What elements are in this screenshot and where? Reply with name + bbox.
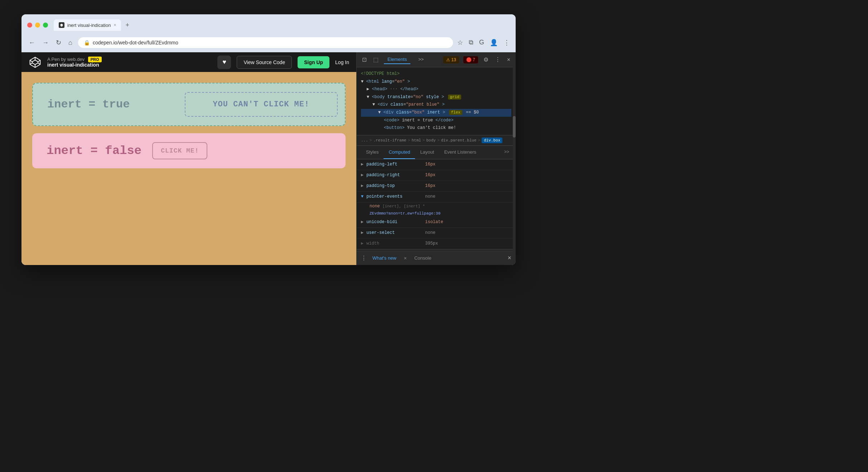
dom-line-button[interactable]: <button> You can't click me! [361, 124, 511, 132]
login-button[interactable]: Log In [335, 59, 349, 65]
codepen-bar: A Pen by web.dev PRO inert visual-indica… [21, 52, 356, 72]
address-bar-row: ← → ↻ ⌂ 🔒 codepen.io/web-dot-dev/full/ZE… [27, 34, 510, 52]
inspect-icon[interactable]: ⊡ [361, 55, 368, 64]
scrollbar[interactable] [513, 52, 516, 265]
computed-tabs-row: Styles Computed Layout Event Listeners >… [357, 146, 516, 159]
content-area: A Pen by web.dev PRO inert visual-indica… [21, 52, 516, 265]
error-badge[interactable]: 🛑 7 [463, 56, 478, 63]
back-button[interactable]: ← [27, 38, 37, 48]
dom-line-doctype: <!DOCTYPE html> [361, 70, 511, 78]
whats-new-close-btn[interactable]: × [402, 255, 409, 262]
layout-tab[interactable]: Layout [415, 146, 439, 159]
whats-new-tab[interactable]: What's new [370, 254, 399, 262]
bc-html[interactable]: html [411, 138, 421, 143]
inert-true-label: inert = true [40, 91, 185, 118]
lock-icon: 🔒 [84, 40, 90, 45]
scrollbar-thumb[interactable] [513, 116, 516, 138]
more-tabs-btn[interactable]: >> [415, 55, 427, 64]
address-bar[interactable]: 🔒 codepen.io/web-dot-dev/full/ZEvdmmo [78, 37, 453, 48]
tab-close-button[interactable]: × [114, 23, 116, 28]
css-pointer-sub-2: ZEvdmmo?anon=tr…ew=fullpage:30 [357, 210, 516, 217]
devtools-toolbar: ⊡ ⬚ Elements >> ⚠ 13 🛑 7 ⚙ ⋮ × [357, 52, 516, 67]
css-pointer-sub-1: none [inert], [inert] * [357, 203, 516, 210]
browser-tab[interactable]: inert visual-indication × [54, 19, 121, 31]
menu-icon[interactable]: ⋮ [503, 39, 510, 47]
bc-body[interactable]: body [426, 138, 435, 143]
bc-box-div[interactable]: div.box [482, 138, 502, 143]
new-tab-button[interactable]: + [125, 21, 129, 29]
pro-badge: PRO [88, 57, 102, 62]
bc-more[interactable]: ... [361, 138, 368, 143]
click-me-button[interactable]: CLICK ME! [152, 142, 207, 159]
warning-badge[interactable]: ⚠ 13 [443, 56, 459, 63]
bc-parent-div[interactable]: div.parent.blue [441, 138, 476, 143]
profile-icon[interactable]: 👤 [490, 39, 498, 47]
inert-false-label: inert = false [47, 144, 141, 158]
devtools-panel-close[interactable]: × [507, 254, 511, 262]
maximize-traffic-light[interactable] [43, 23, 48, 28]
css-pointer-events: ▼ pointer-events none [357, 192, 516, 202]
dom-line-head[interactable]: ▶ <head> ··· </head> [361, 86, 511, 93]
toolbar-icons: ☆ ⧉ G 👤 ⋮ [457, 39, 510, 47]
dom-line-html[interactable]: ▼ <html lang="en" > [361, 78, 511, 86]
tab-title: inert visual-indication [67, 23, 111, 28]
svg-marker-0 [60, 24, 63, 27]
dom-line-box[interactable]: ▼ <div class="box" inert > flex == $0 [361, 109, 511, 117]
pen-title: inert visual-indication [47, 62, 102, 68]
computed-panel: ▶ padding-left 16px ▶ padding-right 16px… [357, 159, 516, 251]
computed-tab[interactable]: Computed [384, 146, 415, 159]
browser-window: inert visual-indication × + ← → ↻ ⌂ 🔒 co… [21, 14, 516, 265]
codepen-logo[interactable] [29, 56, 42, 69]
minimize-traffic-light[interactable] [35, 23, 40, 28]
signup-button[interactable]: Sign Up [298, 56, 329, 68]
extension-icon[interactable]: ⧉ [469, 39, 473, 47]
css-padding-top: ▶ padding-top 16px [357, 181, 516, 192]
css-padding-right: ▶ padding-right 16px [357, 170, 516, 181]
home-button[interactable]: ⌂ [67, 38, 74, 48]
heart-icon: ♥ [222, 58, 226, 66]
cant-click-button: YOU CAN'T CLICK ME! [185, 92, 338, 117]
svg-marker-2 [32, 60, 38, 64]
more-computed-tabs[interactable]: >> [502, 146, 511, 159]
settings-icon[interactable]: ⚙ [482, 55, 490, 64]
devtools-bottom-bar: ⋮ What's new × Console × [357, 251, 516, 265]
title-bar-top: inert visual-indication × + [27, 19, 510, 31]
heart-button[interactable]: ♥ [217, 56, 231, 69]
css-width: ▶ width 395px [357, 239, 516, 249]
inert-false-container: inert = false CLICK ME! [32, 133, 346, 168]
bookmark-icon[interactable]: ☆ [457, 39, 463, 47]
device-icon[interactable]: ⬚ [372, 55, 380, 64]
dom-tree: <!DOCTYPE html> ▼ <html lang="en" > ▶ <h… [357, 67, 516, 135]
demo-area: inert = true YOU CAN'T CLICK ME! inert =… [21, 72, 356, 265]
dom-line-parent[interactable]: ▼ <div class="parent blue" > [361, 101, 511, 109]
forward-button[interactable]: → [41, 38, 50, 48]
styles-tab[interactable]: Styles [361, 146, 384, 159]
dom-line-code[interactable]: <code> inert = true </code> [361, 117, 511, 125]
close-traffic-light[interactable] [27, 23, 32, 28]
bottom-menu-icon[interactable]: ⋮ [361, 255, 367, 261]
view-source-button[interactable]: View Source Code [237, 56, 292, 69]
tab-favicon [59, 22, 64, 28]
inert-true-container: inert = true YOU CAN'T CLICK ME! [32, 83, 346, 126]
devtools-panel: ⊡ ⬚ Elements >> ⚠ 13 🛑 7 ⚙ ⋮ × <!DOCTYPE… [356, 52, 516, 265]
devtools-menu-icon[interactable]: ⋮ [494, 55, 502, 64]
url-text: codepen.io/web-dot-dev/full/ZEvdmmo [93, 40, 178, 45]
google-icon[interactable]: G [479, 39, 484, 47]
refresh-button[interactable]: ↻ [54, 37, 63, 48]
dom-line-body[interactable]: ▼ <body translate="no" style > grid [361, 93, 511, 101]
event-listeners-tab[interactable]: Event Listeners [439, 146, 481, 159]
elements-tab[interactable]: Elements [384, 55, 410, 64]
devtools-close-icon[interactable]: × [506, 56, 511, 64]
title-bar: inert visual-indication × + ← → ↻ ⌂ 🔒 co… [21, 14, 516, 52]
codepen-info: A Pen by web.dev PRO inert visual-indica… [47, 57, 102, 68]
pen-by-label: A Pen by web.dev PRO [47, 57, 102, 62]
css-user-select: ▶ user-select none [357, 228, 516, 239]
css-unicode-bidi: ▶ unicode-bidi isolate [357, 217, 516, 228]
traffic-lights [27, 23, 48, 28]
devtools-breadcrumb: ... > .result-iframe > html > body > div… [357, 135, 516, 146]
css-padding-left: ▶ padding-left 16px [357, 159, 516, 170]
console-tab[interactable]: Console [411, 254, 434, 262]
bc-iframe[interactable]: .result-iframe [373, 138, 406, 143]
